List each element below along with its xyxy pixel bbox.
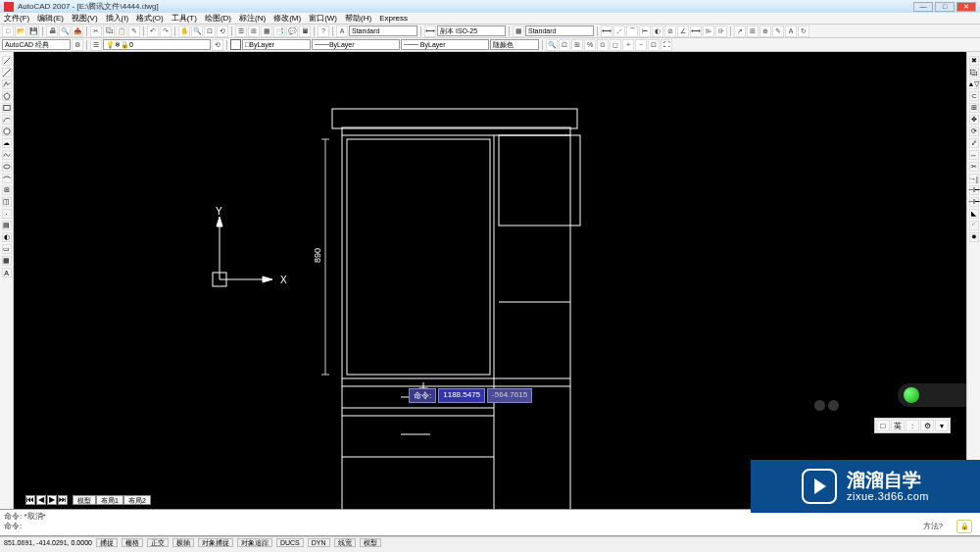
hatch-tool[interactable]: ▤ <box>2 221 12 230</box>
dim-angular-button[interactable]: ∠ <box>677 25 689 37</box>
dim-arc-button[interactable]: ⌒ <box>626 25 638 37</box>
preview-button[interactable]: 🔍 <box>59 25 71 37</box>
zoom-window-button[interactable]: ⊡ <box>204 25 216 37</box>
block-tool[interactable]: ◫ <box>2 197 12 207</box>
menu-edit[interactable]: 编辑(E) <box>37 13 64 24</box>
dim-diameter-button[interactable]: ⊘ <box>664 25 676 37</box>
layout-next-button[interactable]: ▶ <box>47 495 57 505</box>
line-tool[interactable] <box>2 56 12 66</box>
zoom-in-button[interactable]: + <box>622 39 634 51</box>
menu-help[interactable]: 帮助(H) <box>345 13 371 24</box>
color-dropdown[interactable]: □ ByLayer <box>242 39 311 50</box>
menu-file[interactable]: 文件(F) <box>4 13 29 24</box>
fillet-tool[interactable]: ◜ <box>969 221 979 230</box>
osnap-toggle[interactable]: 对象捕捉 <box>198 538 233 547</box>
menu-draw[interactable]: 绘图(D) <box>205 13 231 24</box>
join-tool[interactable]: ⊣⊢ <box>969 197 979 207</box>
menu-modify[interactable]: 修改(M) <box>273 13 301 24</box>
move-tool[interactable]: ✥ <box>969 115 979 125</box>
menu-express[interactable]: Express <box>379 14 408 23</box>
offset-tool[interactable]: ⊂ <box>969 91 979 101</box>
tab-layout1[interactable]: 布局1 <box>96 495 123 505</box>
textstyle-dropdown[interactable]: Standard <box>349 25 417 36</box>
lineweight-dropdown[interactable]: ─── ByLayer <box>401 39 489 50</box>
tolerance-button[interactable]: ⊞ <box>747 25 759 37</box>
layout-prev-button[interactable]: ◀ <box>36 495 46 505</box>
coordinate-display[interactable]: 851.0691, -414.0291, 0.0000 <box>4 539 92 546</box>
snap-toggle[interactable]: 捕捉 <box>96 538 118 547</box>
workspace-settings-button[interactable]: ⚙ <box>72 39 83 51</box>
menu-view[interactable]: 视图(V) <box>72 13 98 24</box>
open-button[interactable]: 📂 <box>15 25 26 37</box>
dim-linear-button[interactable]: ⟷ <box>601 25 612 37</box>
ime-menu-button[interactable]: ▾ <box>935 420 949 431</box>
dyn-y-value[interactable]: -564.7615 <box>487 388 532 403</box>
zoom-prev-button[interactable]: ⟲ <box>217 25 228 37</box>
designcenter-button[interactable]: ⊞ <box>248 25 260 37</box>
dimupdate-button[interactable]: ↻ <box>798 25 809 37</box>
menu-dimension[interactable]: 标注(N) <box>239 13 266 24</box>
leader-button[interactable]: ↗ <box>734 25 746 37</box>
drawing-canvas[interactable]: 890 Y X 命令: 1188.5475 -564.7615 <box>14 52 966 509</box>
extend-tool[interactable]: →| <box>969 174 979 183</box>
layout-last-button[interactable]: ⏭ <box>58 495 68 505</box>
ime-punct-button[interactable]: : <box>906 420 919 431</box>
zoom-realtime-button[interactable]: 🔍 <box>546 39 558 51</box>
menu-tools[interactable]: 工具(T) <box>172 13 197 24</box>
array-tool[interactable]: ⊞ <box>969 103 979 113</box>
zoom-scale-button[interactable]: % <box>584 39 596 51</box>
zoom-center-button[interactable]: ⊙ <box>597 39 609 51</box>
zoom-dyn-button[interactable]: ⊞ <box>571 39 583 51</box>
centermark-button[interactable]: ⊕ <box>760 25 771 37</box>
zoom-out-button[interactable]: − <box>635 39 647 51</box>
polygon-tool[interactable] <box>2 91 12 101</box>
circle-tool[interactable] <box>2 126 12 136</box>
minimize-button[interactable]: — <box>913 2 933 12</box>
publish-button[interactable]: 📤 <box>72 25 83 37</box>
dimstyle-icon[interactable]: ⟷ <box>424 25 436 37</box>
plotstyle-dropdown[interactable]: 随颜色 <box>490 39 539 50</box>
zoom-win-button[interactable]: ⊡ <box>559 39 570 51</box>
dimtedit-button[interactable]: A <box>785 25 797 37</box>
tab-layout2[interactable]: 布局2 <box>123 495 151 505</box>
copy-button[interactable]: ⿻ <box>103 25 115 37</box>
dim-continue-button[interactable]: ⊪ <box>715 25 727 37</box>
textstyle-icon[interactable]: A <box>336 25 348 37</box>
dim-quick-button[interactable]: ⟷ <box>690 25 702 37</box>
color-swatch[interactable] <box>230 39 241 50</box>
sheetset-button[interactable]: 📑 <box>273 25 285 37</box>
ime-settings-button[interactable]: ⚙ <box>920 420 934 431</box>
dim-ordinate-button[interactable]: ⊢ <box>639 25 651 37</box>
ime-toolbar[interactable]: □ 英 : ⚙ ▾ <box>874 418 951 433</box>
dimstyle-dropdown[interactable]: 副本 ISO-25 <box>437 25 506 36</box>
layer-dropdown[interactable]: 💡❄🔒 0 <box>103 39 211 50</box>
dim-aligned-button[interactable]: ⟋ <box>613 25 625 37</box>
erase-tool[interactable]: ✖ <box>969 56 979 66</box>
zoom-obj-button[interactable]: ◻ <box>610 39 621 51</box>
menu-insert[interactable]: 插入(I) <box>106 13 129 24</box>
menu-format[interactable]: 格式(O) <box>136 13 164 24</box>
explode-tool[interactable]: ✸ <box>969 232 979 242</box>
otrack-toggle[interactable]: 对象追踪 <box>237 538 272 547</box>
xline-tool[interactable] <box>2 68 12 77</box>
gradient-tool[interactable]: ◐ <box>2 232 12 242</box>
properties-button[interactable]: ☰ <box>235 25 247 37</box>
spline-tool[interactable] <box>2 150 12 160</box>
zoom-ext-button[interactable]: ⛶ <box>661 39 672 51</box>
ellipsearc-tool[interactable] <box>2 174 12 183</box>
layer-prev-button[interactable]: ⟲ <box>212 39 223 51</box>
ortho-toggle[interactable]: 正交 <box>147 538 169 547</box>
undo-button[interactable]: ↶ <box>147 25 159 37</box>
command-lock-icon[interactable]: 🔒 <box>956 520 972 533</box>
ducs-toggle[interactable]: DUCS <box>276 538 304 547</box>
model-toggle[interactable]: 模型 <box>360 538 381 547</box>
calc-button[interactable]: 🖩 <box>299 25 311 37</box>
lwt-toggle[interactable]: 线宽 <box>334 538 356 547</box>
scale-tool[interactable]: ⤢ <box>969 138 979 148</box>
cut-button[interactable]: ✂ <box>90 25 102 37</box>
ime-lang-button[interactable]: 英 <box>891 420 905 431</box>
dyn-toggle[interactable]: DYN <box>308 538 330 547</box>
revcloud-tool[interactable]: ☁ <box>2 138 12 148</box>
pan-button[interactable]: ✋ <box>178 25 190 37</box>
point-tool[interactable]: · <box>2 209 12 219</box>
